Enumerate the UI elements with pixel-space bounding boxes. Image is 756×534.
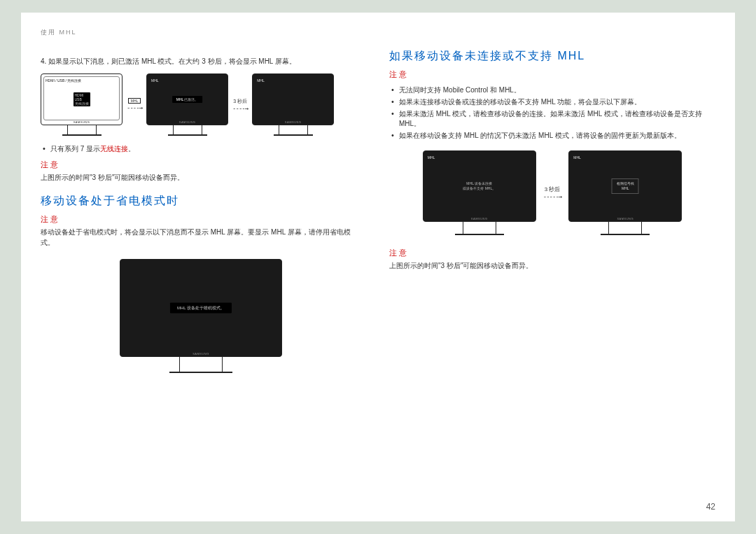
- left-column: 使用 MHL 4. 如果显示以下消息，则已激活 MHL 模式。在大约 3 秒后，…: [21, 13, 378, 521]
- note1-body: 上图所示的时间"3 秒后"可能因移动设备而异。: [41, 172, 361, 183]
- monitor-source-select: HDMI / USB / 无线连接 HDMIUSB无线连接 SAMSUNG: [41, 73, 122, 136]
- breadcrumb: 使用 MHL: [41, 28, 361, 37]
- bullet-series7: 只有系列 7 显示无线连接。: [41, 144, 361, 154]
- monitor-not-connected: MHL MHL 设备未连接 或设备不支持 MHL。 SAMSUNG: [423, 150, 536, 235]
- right-column: 如果移动设备未连接或不支持 MHL 注意 无法同时支持 Mobile Contr…: [378, 13, 735, 521]
- notice-label: 注意: [389, 69, 715, 80]
- mon2-pill: MHL 已激活。: [172, 96, 203, 103]
- bullet-item: 如果未连接移动设备或连接的移动设备不支持 MHL 功能，将会显示以下屏幕。: [389, 97, 715, 107]
- monitor-row-2: MHL MHL 设备未连接 或设备不支持 MHL。 SAMSUNG 3 秒后 -…: [389, 150, 715, 235]
- brand-label: SAMSUNG: [192, 352, 209, 356]
- arrow-icon: ----→: [232, 105, 248, 112]
- notice-label: 注意: [41, 160, 361, 170]
- bullet-list-2: 无法同时支持 Mobile Control 和 MHL。 如果未连接移动设备或连…: [389, 85, 715, 141]
- monitor-mhl-screen: MHL SAMSUNG: [252, 73, 334, 136]
- brand-label: SAMSUNG: [179, 120, 196, 124]
- brand-label: SAMSUNG: [285, 120, 302, 124]
- mon1-source-pill: HDMIUSB无线连接: [74, 92, 90, 106]
- bullet-list-1: 只有系列 7 显示无线连接。: [41, 144, 361, 154]
- monitor-sleep-mode: MHL 设备处于睡眠模式。 SAMSUNG: [120, 259, 282, 373]
- mon1-top-label: HDMI / USB / 无线连接: [46, 78, 81, 83]
- brand-label: SAMSUNG: [74, 120, 90, 124]
- sleep-pill: MHL 设备处于睡眠模式。: [170, 303, 232, 314]
- note2-body: 移动设备处于省电模式时，将会显示以下消息而不显示 MHL 屏幕。要显示 MHL …: [41, 227, 361, 248]
- bullet-item: 如果未激活 MHL 模式，请检查移动设备的连接。如果未激活 MHL 模式，请检查…: [389, 109, 715, 129]
- mon-r1-msg: MHL 设备未连接 或设备不支持 MHL。: [463, 181, 496, 191]
- arrow-icon: -----→: [543, 193, 562, 200]
- note-r2-body: 上图所示的时间"3 秒后"可能因移动设备而异。: [389, 260, 715, 271]
- arrow2-label: 3 秒后: [233, 98, 247, 105]
- arrow-mhl: MHL ----→: [127, 98, 142, 111]
- heading-not-connected: 如果移动设备未连接或不支持 MHL: [389, 49, 715, 64]
- monitor-mhl-activated: MHL MHL 已激活。 SAMSUNG: [146, 73, 228, 136]
- brand-label: SAMSUNG: [471, 217, 488, 220]
- mon3-top-label: MHL: [257, 78, 265, 83]
- mon-r2-label: MHL: [573, 155, 581, 160]
- bullet-item: 如果在移动设备支持 MHL 的情况下仍未激活 MHL 模式，请将设备的固件更新为…: [389, 131, 715, 141]
- monitor-check-cable: MHL 检测信号线 MHL SAMSUNG: [568, 150, 682, 235]
- mon-r2-box: 检测信号线 MHL: [612, 178, 639, 194]
- arrow-r-label: 3 秒后: [545, 185, 561, 193]
- arrow-3sec: 3 秒后 ----→: [232, 98, 248, 112]
- big-monitor-container: MHL 设备处于睡眠模式。 SAMSUNG: [41, 259, 361, 373]
- arrow-3sec-right: 3 秒后 -----→: [543, 185, 562, 200]
- bullet-item: 无法同时支持 Mobile Control 和 MHL。: [389, 85, 715, 95]
- arrow-icon: ----→: [127, 104, 142, 111]
- mon-r1-label: MHL: [428, 155, 435, 160]
- arrow1-label: MHL: [128, 98, 141, 104]
- monitor-row-1: HDMI / USB / 无线连接 HDMIUSB无线连接 SAMSUNG MH…: [41, 73, 361, 136]
- notice-label: 注意: [41, 214, 361, 225]
- step-4-text: 4. 如果显示以下消息，则已激活 MHL 模式。在大约 3 秒后，将会显示 MH…: [41, 57, 361, 66]
- document-page: 使用 MHL 4. 如果显示以下消息，则已激活 MHL 模式。在大约 3 秒后，…: [21, 13, 735, 521]
- mon2-top-label: MHL: [151, 78, 159, 83]
- notice-label: 注意: [389, 248, 715, 258]
- page-number: 42: [706, 502, 715, 512]
- brand-label: SAMSUNG: [617, 217, 634, 220]
- heading-power-save: 移动设备处于省电模式时: [41, 194, 361, 209]
